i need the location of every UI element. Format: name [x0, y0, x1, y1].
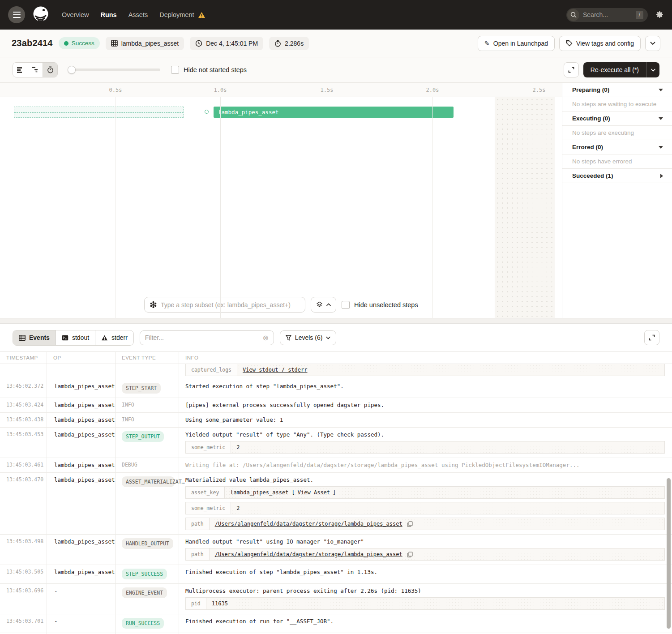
gantt-zoom-slider[interactable] [68, 69, 160, 71]
event-type-chip: STEP_SUCCESS [122, 569, 167, 579]
sidebar-section-errored[interactable]: Errored (0) [562, 140, 672, 154]
event-type-cell: HANDLED_OUTPUT [116, 535, 179, 565]
event-op: lambda_pipes_asset [47, 428, 116, 458]
event-message: Using some_parameter value: 1 [185, 416, 665, 423]
checkbox-icon[interactable] [342, 301, 350, 309]
copy-icon[interactable] [407, 521, 413, 527]
event-row: 13:45:03.424lambda_pipes_assetINFO[pipes… [0, 398, 672, 413]
event-type-cell: STEP_START [116, 379, 179, 398]
job-chip[interactable]: lambda_pipes_asset [106, 37, 184, 50]
metadata-entry: path/Users/alangenfeld/data/dagster/stor… [185, 548, 665, 561]
run-datetime-chip: Dec 4, 1:45:01 PM [190, 37, 263, 50]
step-subset-input[interactable] [161, 301, 300, 308]
metadata-value: 2 [231, 502, 664, 514]
gantt-flat-view-button[interactable] [13, 63, 28, 77]
hide-not-started-checkbox[interactable]: Hide not started steps [171, 66, 247, 74]
event-op: lambda_pipes_asset [47, 565, 116, 583]
event-timestamp [0, 364, 47, 379]
event-type-chip: HANDLED_OUTPUT [122, 538, 173, 549]
event-op: lambda_pipes_asset [47, 398, 116, 412]
caret-down-icon [659, 117, 663, 120]
funnel-icon [286, 335, 291, 341]
metadata-entry: path/Users/alangenfeld/data/dagster/stor… [185, 518, 665, 530]
dagster-logo[interactable] [31, 4, 50, 25]
gantt-main: 0.5s1.0s1.5s2.0s2.5s lambda_pipes_asset … [0, 83, 672, 318]
chevron-down-icon [651, 69, 655, 72]
events-expand-button[interactable] [644, 330, 659, 345]
caret-right-icon [660, 174, 663, 178]
slider-handle[interactable] [68, 66, 76, 74]
tab-stderr[interactable]: stderr [95, 330, 133, 345]
sidebar-section-executing[interactable]: Executing (0) [562, 111, 672, 126]
sidebar-section-succeeded[interactable]: Succeeded (1) [562, 169, 672, 183]
nav-links: OverviewRunsAssetsDeployment [62, 11, 205, 18]
sidebar-section-title: Succeeded (1) [572, 172, 613, 179]
nav-link-overview[interactable]: Overview [62, 11, 89, 18]
gantt-step-bar[interactable]: lambda_pipes_asset [214, 107, 454, 118]
hamburger-menu-button[interactable] [8, 6, 25, 23]
status-dot-icon [64, 41, 68, 46]
metadata-link[interactable]: View Asset [298, 489, 330, 496]
nav-link-runs[interactable]: Runs [100, 11, 116, 18]
graph-query-toggle-button[interactable] [311, 297, 336, 313]
metadata-key: some_metric [186, 502, 231, 514]
nav-link-label: Assets [128, 11, 148, 18]
search-shortcut-key: / [636, 11, 643, 19]
header-actions: ✎ Open in Launchpad View tags and config [478, 36, 660, 51]
log-filter-input[interactable] [145, 334, 263, 341]
event-message: [pipes] external process successfully op… [185, 402, 665, 408]
metadata-value-text: lambda_pipes_asset [ [230, 489, 295, 496]
sidebar-empty-text: No steps are waiting to execute [562, 97, 672, 111]
event-op: lambda_pipes_asset [47, 413, 116, 427]
gantt-waterfall-view-button[interactable] [28, 63, 43, 77]
metadata-link[interactable]: /Users/alangenfeld/data/dagster/storage/… [215, 521, 402, 527]
log-filter-box[interactable]: ⊗ [140, 330, 274, 345]
hide-unselected-checkbox[interactable]: Hide unselected steps [342, 301, 418, 309]
events-scrollbar-thumb[interactable] [667, 478, 671, 629]
reexecute-dropdown-button[interactable] [646, 62, 659, 77]
timeline-tick-label: 2.5s [533, 87, 546, 93]
metadata-entry: some_metric2 [185, 441, 665, 454]
tab-events[interactable]: Events [13, 330, 56, 345]
step-subset-inputbox[interactable] [144, 297, 305, 313]
gantt-expand-button[interactable] [564, 62, 579, 77]
event-row: 13:45:03.505lambda_pipes_assetSTEP_SUCCE… [0, 565, 672, 584]
event-message: Handled output "result" using IO manager… [185, 538, 665, 545]
metadata-value-link[interactable]: View stdout / stderr [243, 367, 308, 373]
event-message: Finished execution of step "lambda_pipes… [185, 569, 665, 575]
nav-link-assets[interactable]: Assets [128, 11, 148, 18]
event-row: 13:45:03.453lambda_pipes_assetSTEP_OUTPU… [0, 428, 672, 458]
copy-icon[interactable] [407, 552, 413, 557]
checkbox-icon[interactable] [171, 66, 179, 74]
metadata-value-text: 2 [236, 505, 240, 511]
stopwatch-icon [47, 66, 54, 73]
tab-stdout[interactable]: stdout [56, 330, 95, 345]
sidebar-section-title: Errored (0) [572, 144, 603, 150]
metadata-link[interactable]: /Users/alangenfeld/data/dagster/storage/… [215, 551, 402, 557]
metadata-value: /Users/alangenfeld/data/dagster/storage/… [210, 548, 664, 560]
metadata-key: path [186, 518, 210, 530]
view-tags-config-button[interactable]: View tags and config [559, 36, 641, 51]
header-more-dropdown-button[interactable] [645, 36, 660, 51]
nav-link-deployment[interactable]: Deployment [159, 11, 205, 18]
open-in-launchpad-button[interactable]: ✎ Open in Launchpad [478, 36, 555, 51]
event-info: [pipes] external process successfully op… [179, 398, 672, 412]
event-timestamp: 13:45:03.453 [0, 428, 47, 458]
stdout-terminal-icon [62, 335, 68, 341]
clear-filter-icon[interactable]: ⊗ [262, 334, 268, 342]
sidebar-empty-text: No steps are executing [562, 126, 672, 140]
event-timestamp: 13:45:03.498 [0, 535, 47, 565]
gantt-timed-view-button[interactable] [43, 63, 57, 77]
reexecute-all-button[interactable]: Re-execute all (*) [583, 62, 646, 77]
timeline-tick-label: 0.5s [109, 87, 122, 93]
settings-gear-icon[interactable] [655, 10, 664, 19]
event-row: 13:45:03.696-ENGINE_EVENTMultiprocess ex… [0, 584, 672, 614]
event-message: Materialized value lambda_pipes_asset. [185, 476, 665, 483]
caret-down-icon [659, 146, 663, 149]
search-box[interactable]: Search... / [566, 8, 648, 22]
levels-dropdown-button[interactable]: Levels (6) [280, 330, 336, 345]
pane-divider[interactable] [0, 318, 672, 324]
sidebar-section-preparing[interactable]: Preparing (0) [562, 83, 672, 97]
job-grid-icon [111, 40, 118, 47]
timeline-tick-label: 1.0s [214, 87, 227, 93]
